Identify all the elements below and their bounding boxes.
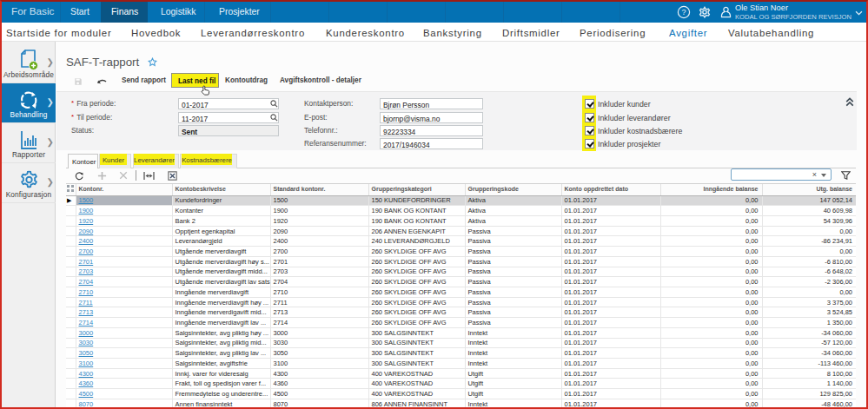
svg-text:?: ? [681, 8, 686, 16]
